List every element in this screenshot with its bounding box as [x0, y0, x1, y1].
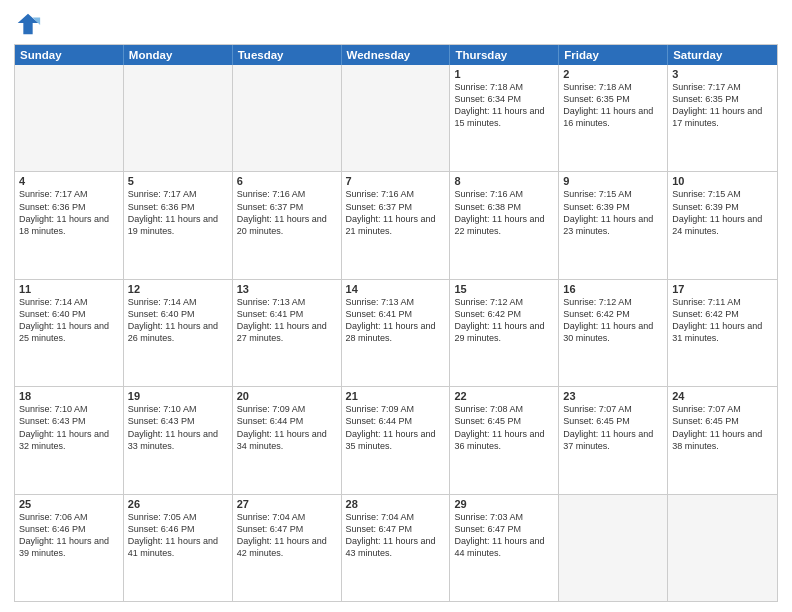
calendar-cell-w1-d4 — [342, 65, 451, 171]
cell-info: Sunrise: 7:10 AM Sunset: 6:43 PM Dayligh… — [19, 403, 119, 452]
logo — [14, 10, 46, 38]
calendar-cell-w3-d3: 13Sunrise: 7:13 AM Sunset: 6:41 PM Dayli… — [233, 280, 342, 386]
cell-info: Sunrise: 7:18 AM Sunset: 6:34 PM Dayligh… — [454, 81, 554, 130]
day-number: 27 — [237, 498, 337, 510]
page: SundayMondayTuesdayWednesdayThursdayFrid… — [0, 0, 792, 612]
day-number: 8 — [454, 175, 554, 187]
calendar-cell-w1-d1 — [15, 65, 124, 171]
calendar-body: 1Sunrise: 7:18 AM Sunset: 6:34 PM Daylig… — [15, 65, 777, 601]
day-number: 18 — [19, 390, 119, 402]
cell-info: Sunrise: 7:12 AM Sunset: 6:42 PM Dayligh… — [563, 296, 663, 345]
calendar-week-5: 25Sunrise: 7:06 AM Sunset: 6:46 PM Dayli… — [15, 495, 777, 601]
calendar-cell-w5-d6 — [559, 495, 668, 601]
day-number: 6 — [237, 175, 337, 187]
calendar-cell-w4-d5: 22Sunrise: 7:08 AM Sunset: 6:45 PM Dayli… — [450, 387, 559, 493]
day-number: 2 — [563, 68, 663, 80]
calendar-cell-w4-d4: 21Sunrise: 7:09 AM Sunset: 6:44 PM Dayli… — [342, 387, 451, 493]
day-number: 11 — [19, 283, 119, 295]
calendar-cell-w3-d7: 17Sunrise: 7:11 AM Sunset: 6:42 PM Dayli… — [668, 280, 777, 386]
calendar-cell-w5-d4: 28Sunrise: 7:04 AM Sunset: 6:47 PM Dayli… — [342, 495, 451, 601]
day-number: 14 — [346, 283, 446, 295]
day-number: 15 — [454, 283, 554, 295]
calendar-cell-w1-d7: 3Sunrise: 7:17 AM Sunset: 6:35 PM Daylig… — [668, 65, 777, 171]
calendar-cell-w2-d6: 9Sunrise: 7:15 AM Sunset: 6:39 PM Daylig… — [559, 172, 668, 278]
calendar-week-3: 11Sunrise: 7:14 AM Sunset: 6:40 PM Dayli… — [15, 280, 777, 387]
day-number: 3 — [672, 68, 773, 80]
day-number: 25 — [19, 498, 119, 510]
cell-info: Sunrise: 7:06 AM Sunset: 6:46 PM Dayligh… — [19, 511, 119, 560]
day-number: 23 — [563, 390, 663, 402]
cell-info: Sunrise: 7:04 AM Sunset: 6:47 PM Dayligh… — [237, 511, 337, 560]
calendar-header-saturday: Saturday — [668, 45, 777, 65]
day-number: 5 — [128, 175, 228, 187]
calendar-cell-w3-d2: 12Sunrise: 7:14 AM Sunset: 6:40 PM Dayli… — [124, 280, 233, 386]
day-number: 13 — [237, 283, 337, 295]
calendar-week-2: 4Sunrise: 7:17 AM Sunset: 6:36 PM Daylig… — [15, 172, 777, 279]
day-number: 26 — [128, 498, 228, 510]
day-number: 28 — [346, 498, 446, 510]
calendar-cell-w4-d6: 23Sunrise: 7:07 AM Sunset: 6:45 PM Dayli… — [559, 387, 668, 493]
day-number: 9 — [563, 175, 663, 187]
cell-info: Sunrise: 7:08 AM Sunset: 6:45 PM Dayligh… — [454, 403, 554, 452]
calendar-cell-w1-d3 — [233, 65, 342, 171]
calendar-cell-w3-d4: 14Sunrise: 7:13 AM Sunset: 6:41 PM Dayli… — [342, 280, 451, 386]
cell-info: Sunrise: 7:07 AM Sunset: 6:45 PM Dayligh… — [672, 403, 773, 452]
day-number: 10 — [672, 175, 773, 187]
cell-info: Sunrise: 7:18 AM Sunset: 6:35 PM Dayligh… — [563, 81, 663, 130]
calendar-cell-w4-d7: 24Sunrise: 7:07 AM Sunset: 6:45 PM Dayli… — [668, 387, 777, 493]
calendar-cell-w3-d6: 16Sunrise: 7:12 AM Sunset: 6:42 PM Dayli… — [559, 280, 668, 386]
cell-info: Sunrise: 7:09 AM Sunset: 6:44 PM Dayligh… — [346, 403, 446, 452]
day-number: 22 — [454, 390, 554, 402]
calendar-header-tuesday: Tuesday — [233, 45, 342, 65]
cell-info: Sunrise: 7:16 AM Sunset: 6:37 PM Dayligh… — [237, 188, 337, 237]
day-number: 7 — [346, 175, 446, 187]
calendar-cell-w2-d1: 4Sunrise: 7:17 AM Sunset: 6:36 PM Daylig… — [15, 172, 124, 278]
cell-info: Sunrise: 7:07 AM Sunset: 6:45 PM Dayligh… — [563, 403, 663, 452]
day-number: 19 — [128, 390, 228, 402]
calendar-cell-w2-d2: 5Sunrise: 7:17 AM Sunset: 6:36 PM Daylig… — [124, 172, 233, 278]
cell-info: Sunrise: 7:13 AM Sunset: 6:41 PM Dayligh… — [346, 296, 446, 345]
svg-marker-0 — [18, 14, 39, 35]
calendar-header-row: SundayMondayTuesdayWednesdayThursdayFrid… — [15, 45, 777, 65]
day-number: 21 — [346, 390, 446, 402]
calendar-week-1: 1Sunrise: 7:18 AM Sunset: 6:34 PM Daylig… — [15, 65, 777, 172]
calendar-cell-w5-d5: 29Sunrise: 7:03 AM Sunset: 6:47 PM Dayli… — [450, 495, 559, 601]
calendar-header-monday: Monday — [124, 45, 233, 65]
calendar-cell-w3-d1: 11Sunrise: 7:14 AM Sunset: 6:40 PM Dayli… — [15, 280, 124, 386]
cell-info: Sunrise: 7:15 AM Sunset: 6:39 PM Dayligh… — [563, 188, 663, 237]
calendar: SundayMondayTuesdayWednesdayThursdayFrid… — [14, 44, 778, 602]
calendar-cell-w5-d2: 26Sunrise: 7:05 AM Sunset: 6:46 PM Dayli… — [124, 495, 233, 601]
calendar-cell-w5-d3: 27Sunrise: 7:04 AM Sunset: 6:47 PM Dayli… — [233, 495, 342, 601]
calendar-cell-w2-d4: 7Sunrise: 7:16 AM Sunset: 6:37 PM Daylig… — [342, 172, 451, 278]
cell-info: Sunrise: 7:17 AM Sunset: 6:35 PM Dayligh… — [672, 81, 773, 130]
cell-info: Sunrise: 7:04 AM Sunset: 6:47 PM Dayligh… — [346, 511, 446, 560]
cell-info: Sunrise: 7:12 AM Sunset: 6:42 PM Dayligh… — [454, 296, 554, 345]
cell-info: Sunrise: 7:17 AM Sunset: 6:36 PM Dayligh… — [128, 188, 228, 237]
calendar-header-thursday: Thursday — [450, 45, 559, 65]
cell-info: Sunrise: 7:17 AM Sunset: 6:36 PM Dayligh… — [19, 188, 119, 237]
calendar-header-sunday: Sunday — [15, 45, 124, 65]
calendar-cell-w4-d1: 18Sunrise: 7:10 AM Sunset: 6:43 PM Dayli… — [15, 387, 124, 493]
day-number: 20 — [237, 390, 337, 402]
calendar-cell-w5-d1: 25Sunrise: 7:06 AM Sunset: 6:46 PM Dayli… — [15, 495, 124, 601]
cell-info: Sunrise: 7:03 AM Sunset: 6:47 PM Dayligh… — [454, 511, 554, 560]
day-number: 12 — [128, 283, 228, 295]
cell-info: Sunrise: 7:16 AM Sunset: 6:37 PM Dayligh… — [346, 188, 446, 237]
cell-info: Sunrise: 7:15 AM Sunset: 6:39 PM Dayligh… — [672, 188, 773, 237]
calendar-cell-w2-d3: 6Sunrise: 7:16 AM Sunset: 6:37 PM Daylig… — [233, 172, 342, 278]
cell-info: Sunrise: 7:13 AM Sunset: 6:41 PM Dayligh… — [237, 296, 337, 345]
cell-info: Sunrise: 7:14 AM Sunset: 6:40 PM Dayligh… — [128, 296, 228, 345]
day-number: 29 — [454, 498, 554, 510]
day-number: 4 — [19, 175, 119, 187]
cell-info: Sunrise: 7:14 AM Sunset: 6:40 PM Dayligh… — [19, 296, 119, 345]
calendar-header-wednesday: Wednesday — [342, 45, 451, 65]
calendar-cell-w1-d5: 1Sunrise: 7:18 AM Sunset: 6:34 PM Daylig… — [450, 65, 559, 171]
calendar-header-friday: Friday — [559, 45, 668, 65]
calendar-cell-w3-d5: 15Sunrise: 7:12 AM Sunset: 6:42 PM Dayli… — [450, 280, 559, 386]
cell-info: Sunrise: 7:16 AM Sunset: 6:38 PM Dayligh… — [454, 188, 554, 237]
day-number: 16 — [563, 283, 663, 295]
calendar-cell-w4-d3: 20Sunrise: 7:09 AM Sunset: 6:44 PM Dayli… — [233, 387, 342, 493]
day-number: 24 — [672, 390, 773, 402]
calendar-cell-w2-d7: 10Sunrise: 7:15 AM Sunset: 6:39 PM Dayli… — [668, 172, 777, 278]
logo-icon — [14, 10, 42, 38]
